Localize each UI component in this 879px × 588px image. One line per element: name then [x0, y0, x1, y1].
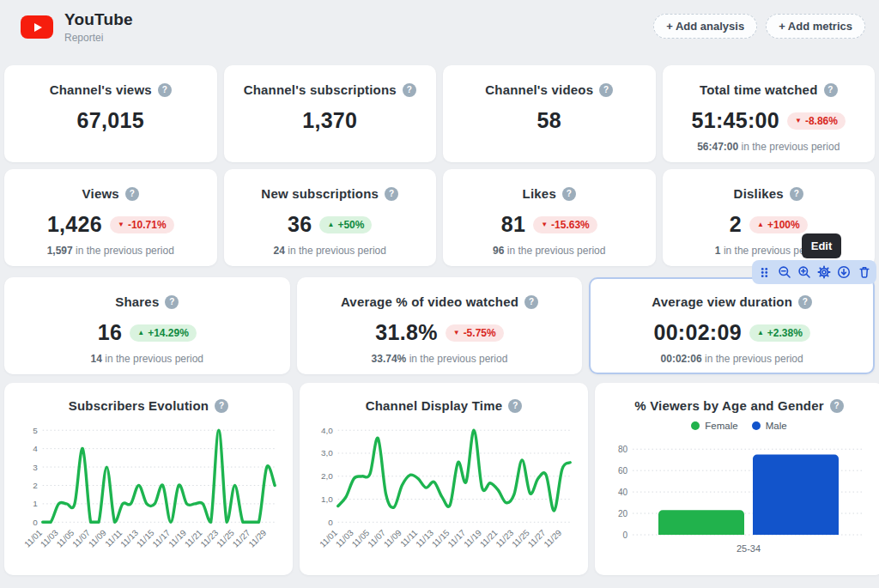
- metric-value-row: 36 ▲ +50%: [288, 212, 372, 237]
- header-buttons: + Add analysis + Add metrics: [653, 14, 865, 39]
- drag-handle-icon[interactable]: [756, 264, 772, 280]
- svg-text:2,0: 2,0: [321, 471, 333, 481]
- trend-percent: -8.86%: [805, 115, 838, 127]
- previous-value: 33.74%: [372, 353, 407, 365]
- metric-title-row: New subscriptions ?: [261, 186, 398, 201]
- previous-suffix: in the previous period: [76, 245, 174, 257]
- metric-card-4[interactable]: Views ? 1,426 ▼ -10.71% 1,597 in the pre…: [4, 169, 217, 266]
- svg-text:3: 3: [33, 463, 38, 472]
- trend-badge: ▲ +100%: [749, 216, 808, 233]
- svg-text:40: 40: [618, 488, 628, 497]
- metric-card-9[interactable]: Average % of video watched ? 31.8% ▼ -5.…: [297, 277, 583, 374]
- metric-card-3[interactable]: Total time watched ? 51:45:00 ▼ -8.86% 5…: [663, 65, 876, 162]
- metric-value: 58: [537, 108, 561, 133]
- trend-badge: ▼ -8.86%: [787, 112, 846, 130]
- metric-value: 16: [98, 320, 122, 345]
- previous-value: 1,597: [47, 245, 73, 257]
- metric-value-row: 1,426 ▼ -10.71%: [47, 212, 174, 237]
- trend-percent: -15.63%: [551, 219, 590, 231]
- legend-item-female: Female: [691, 421, 737, 431]
- help-icon[interactable]: ?: [599, 83, 613, 97]
- help-icon[interactable]: ?: [824, 83, 838, 97]
- page-subtitle: Reportei: [64, 32, 133, 44]
- metric-value-row: 31.8% ▼ -5.75%: [375, 320, 503, 345]
- chart-title-row: Channel Display Time ?: [366, 398, 523, 413]
- metric-card-8[interactable]: Shares ? 16 ▲ +14.29% 14 in the previous…: [4, 277, 290, 374]
- svg-text:11/09: 11/09: [382, 528, 403, 549]
- subscribers-evolution-chart: 01234511/0111/0311/0511/0711/0911/1111/1…: [16, 418, 281, 568]
- metric-card-6[interactable]: Likes ? 81 ▼ -15.63% 96 in the previous …: [443, 169, 656, 266]
- help-icon[interactable]: ?: [830, 399, 844, 413]
- metric-card-0[interactable]: Channel's views ? 67,015: [4, 65, 217, 162]
- previous-value: 14: [91, 353, 102, 365]
- edit-tooltip: Edit: [802, 233, 841, 258]
- metric-title: Dislikes: [734, 186, 784, 201]
- metric-value: 2: [730, 212, 742, 237]
- metric-card-2[interactable]: Channel's videos ? 58: [443, 65, 656, 162]
- trash-icon[interactable]: [857, 264, 872, 280]
- download-icon[interactable]: [836, 264, 852, 280]
- settings-icon[interactable]: [816, 264, 832, 280]
- metric-value: 81: [501, 212, 525, 237]
- metric-title-row: Average view duration ?: [652, 294, 812, 309]
- chart-card-subscribers-evolution[interactable]: Subscribers Evolution ? 01234511/0111/03…: [4, 383, 293, 575]
- metric-title-row: Channel's subscriptions ?: [244, 82, 416, 97]
- previous-value: 00:02:06: [661, 353, 702, 365]
- chart-card-channel-display-time[interactable]: Channel Display Time ? 01,02,03,04,011/0…: [300, 383, 588, 575]
- help-icon[interactable]: ?: [385, 187, 398, 201]
- add-analysis-button[interactable]: + Add analysis: [653, 14, 757, 39]
- help-icon[interactable]: ?: [562, 187, 576, 201]
- previous-period: 00:02:06 in the previous period: [661, 353, 803, 365]
- legend-dot-icon: [752, 421, 761, 430]
- header: YouTube Reportei + Add analysis + Add me…: [0, 0, 879, 44]
- metric-card-10[interactable]: Average view duration ? 00:02:09 ▲ +2.38…: [589, 277, 875, 374]
- metric-value-row: 1,370: [302, 108, 357, 133]
- help-icon[interactable]: ?: [158, 83, 172, 97]
- trend-badge: ▲ +50%: [319, 216, 372, 233]
- trend-badge: ▼ -5.75%: [446, 324, 504, 342]
- chart-title-row: % Viewers by Age and Gender ?: [634, 398, 843, 413]
- previous-period: 96 in the previous period: [493, 245, 605, 257]
- help-icon[interactable]: ?: [798, 295, 812, 309]
- chart-card-viewers-age-gender[interactable]: % Viewers by Age and Gender ? FemaleMale…: [595, 383, 879, 575]
- metrics-row-2: Views ? 1,426 ▼ -10.71% 1,597 in the pre…: [0, 169, 879, 266]
- page-title: YouTube: [64, 10, 133, 29]
- metric-card-7[interactable]: Dislikes ? 2 ▲ +100% 1 in the previous p…: [663, 169, 876, 266]
- help-icon[interactable]: ?: [790, 187, 803, 201]
- help-icon[interactable]: ?: [403, 83, 416, 97]
- metric-value-row: 16 ▲ +14.29%: [98, 320, 197, 345]
- metric-value-row: 00:02:09 ▲ +2.38%: [653, 320, 809, 345]
- zoom-in-icon[interactable]: [797, 264, 812, 280]
- metric-title: Total time watched: [700, 82, 818, 97]
- help-icon[interactable]: ?: [165, 295, 179, 309]
- add-metrics-button[interactable]: + Add metrics: [766, 14, 865, 39]
- metric-card-1[interactable]: Channel's subscriptions ? 1,370: [224, 65, 437, 162]
- help-icon[interactable]: ?: [215, 399, 228, 413]
- svg-text:11/29: 11/29: [246, 528, 268, 549]
- trend-percent: +14.29%: [148, 327, 189, 339]
- trend-badge: ▼ -10.71%: [110, 216, 174, 233]
- previous-period: 14 in the previous period: [91, 353, 203, 365]
- svg-text:1: 1: [33, 499, 38, 508]
- previous-period: 33.74% in the previous period: [372, 353, 508, 365]
- metric-card-5[interactable]: New subscriptions ? 36 ▲ +50% 24 in the …: [224, 169, 437, 266]
- trend-badge: ▼ -15.63%: [533, 216, 597, 233]
- metric-value-row: 51:45:00 ▼ -8.86%: [692, 108, 846, 133]
- metric-value: 67,015: [77, 108, 144, 133]
- help-icon[interactable]: ?: [125, 187, 139, 201]
- help-icon[interactable]: ?: [508, 399, 522, 413]
- metric-value: 1,426: [47, 212, 102, 237]
- help-icon[interactable]: ?: [524, 295, 538, 309]
- metric-title: Average view duration: [652, 294, 792, 309]
- svg-text:80: 80: [618, 445, 628, 454]
- metric-title-row: Average % of video watched ?: [341, 294, 538, 309]
- svg-text:4: 4: [33, 444, 38, 453]
- previous-period: 1,597 in the previous period: [47, 245, 174, 257]
- metric-value: 51:45:00: [692, 108, 779, 133]
- metrics-row-1: Channel's views ? 67,015 Channel's subsc…: [0, 65, 879, 162]
- previous-suffix: in the previous period: [288, 245, 386, 257]
- previous-suffix: in the previous period: [105, 353, 203, 365]
- zoom-out-icon[interactable]: [777, 264, 792, 280]
- svg-text:11/09: 11/09: [87, 528, 108, 549]
- previous-value: 56:47:00: [697, 141, 738, 153]
